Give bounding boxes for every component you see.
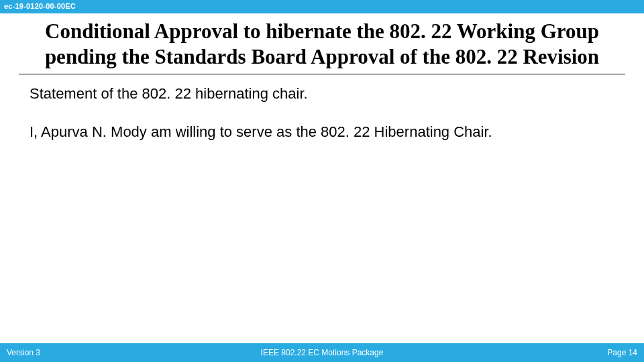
slide-title: Conditional Approval to hibernate the 80… (19, 19, 625, 74)
footer-center: IEEE 802.22 EC Motions Package (261, 348, 384, 357)
header-bar: ec-19-0120-00-00EC (0, 0, 644, 13)
footer-bar: Version 3 IEEE 802.22 EC Motions Package… (0, 343, 644, 362)
footer-page: Page 14 (607, 348, 637, 357)
statement-line-1: Statement of the 802. 22 hibernating cha… (30, 84, 614, 104)
title-container: Conditional Approval to hibernate the 80… (0, 13, 644, 74)
doc-id: ec-19-0120-00-00EC (4, 2, 76, 10)
statement-line-2: I, Apurva N. Mody am willing to serve as… (30, 122, 614, 142)
footer-version: Version 3 (7, 348, 40, 357)
body-content: Statement of the 802. 22 hibernating cha… (0, 74, 644, 142)
